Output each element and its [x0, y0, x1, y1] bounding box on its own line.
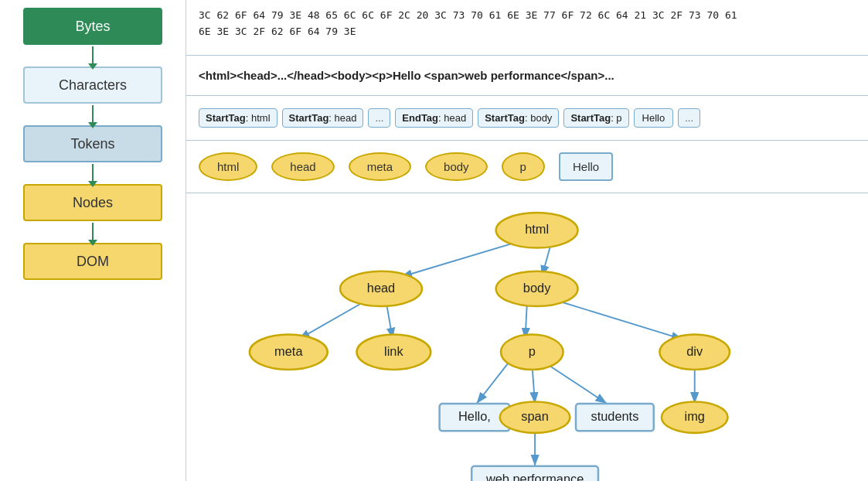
dom-label-head: head — [367, 281, 395, 295]
node-head: head — [271, 152, 334, 181]
edge-p-hello — [476, 363, 507, 404]
token-ellipsis-2: ... — [678, 108, 700, 128]
bytes-label: Bytes — [75, 19, 110, 35]
nodes-box: Nodes — [23, 184, 162, 221]
token-starttag-html: StartTag: html — [199, 108, 277, 128]
edge-body-div — [557, 301, 683, 339]
dom-label: DOM — [77, 254, 109, 270]
edge-head-meta — [298, 301, 366, 339]
token-starttag-head: StartTag: head — [282, 108, 364, 128]
edge-p-students — [546, 363, 607, 404]
bytes-box: Bytes — [23, 8, 162, 45]
token-starttag-body: StartTag: body — [478, 108, 559, 128]
node-html: html — [199, 152, 257, 181]
arrow-tokens-nodes — [92, 164, 94, 183]
token-starttag-p: StartTag: p — [563, 108, 628, 128]
arrow-chars-tokens — [92, 105, 94, 124]
dom-label-html: html — [525, 222, 549, 236]
dom-tree-section: html head body meta link p div Hello, — [186, 193, 868, 481]
bytes-section: 3C 62 6F 64 79 3E 48 65 6C 6C 6F 2C 20 3… — [186, 0, 868, 56]
bytes-line1: 3C 62 6F 64 79 3E 48 65 6C 6C 6F 2C 20 3… — [199, 9, 737, 21]
dom-label-p: p — [529, 344, 536, 358]
edge-html-head — [400, 242, 517, 277]
dom-label-students: students — [591, 409, 638, 423]
arrow-bytes-chars — [92, 46, 94, 65]
dom-label-web-performance: web performance — [485, 472, 584, 481]
nodes-label: Nodes — [73, 195, 113, 211]
dom-label-span: span — [521, 409, 548, 423]
token-endtag-head: EndTag: head — [395, 108, 473, 128]
arrow-nodes-dom — [92, 223, 94, 241]
characters-box: Characters — [23, 67, 162, 104]
tokens-section: StartTag: html StartTag: head ... EndTag… — [186, 96, 868, 141]
characters-label: Characters — [59, 77, 127, 94]
node-body: body — [425, 152, 488, 181]
pipeline-left: Bytes Characters Tokens Nodes DOM — [0, 0, 186, 481]
tokens-box: Tokens — [23, 125, 162, 162]
dom-label-link: link — [384, 344, 403, 358]
dom-tree-svg: html head body meta link p div Hello, — [186, 200, 868, 481]
dom-label-hello-comma: Hello, — [458, 409, 491, 423]
dom-label-div: div — [686, 344, 703, 358]
right-panel: 3C 62 6F 64 79 3E 48 65 6C 6C 6F 2C 20 3… — [186, 0, 868, 481]
dom-label-img: img — [685, 409, 705, 423]
node-p: p — [502, 152, 545, 181]
dom-label-body: body — [523, 281, 551, 295]
nodes-section: html head meta body p Hello — [186, 141, 868, 193]
node-meta: meta — [349, 152, 411, 181]
bytes-line2: 6E 3E 3C 2F 62 6F 64 79 3E — [199, 26, 356, 37]
characters-section: <html><head>...</head><body><p>Hello <sp… — [186, 56, 868, 96]
chars-text: <html><head>...</head><body><p>Hello <sp… — [199, 69, 614, 82]
node-hello: Hello — [559, 152, 613, 181]
dom-box: DOM — [23, 243, 162, 280]
dom-label-meta: meta — [274, 344, 303, 358]
token-ellipsis-1: ... — [368, 108, 390, 128]
token-text-hello: Hello — [634, 108, 674, 128]
tokens-label: Tokens — [70, 136, 114, 152]
